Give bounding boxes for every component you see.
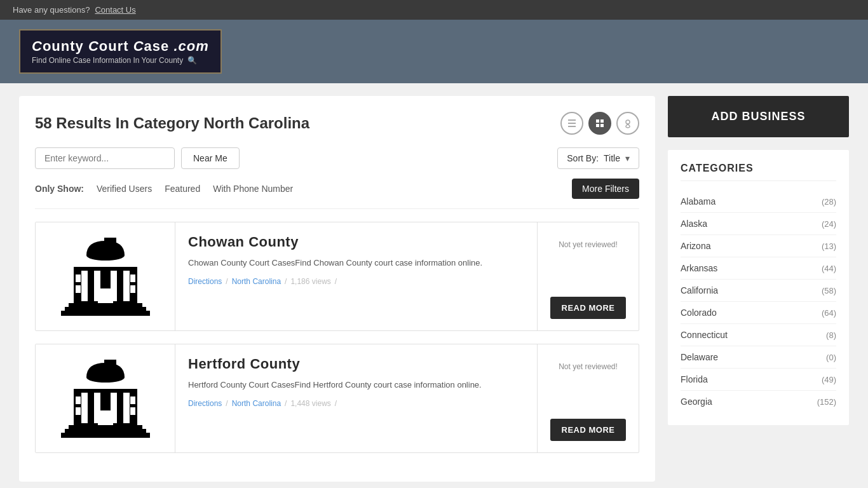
- listing-meta: Directions / North Carolina / 1,448 view…: [188, 399, 524, 408]
- category-item[interactable]: Arkansas (44): [681, 257, 836, 280]
- svg-rect-21: [76, 285, 81, 293]
- listing-directions-link[interactable]: Directions: [188, 277, 222, 286]
- add-business-button[interactable]: ADD BUSINESS: [668, 96, 849, 137]
- svg-rect-40: [98, 410, 113, 425]
- logo-subtitle: Find Online Case Information In Your Cou…: [32, 56, 209, 65]
- top-bar: Have any questions? Contact Us: [0, 0, 868, 20]
- logo-title: County Court Case .com: [32, 38, 209, 55]
- category-name: California: [681, 285, 718, 295]
- results-title: 58 Results In Category North Carolina: [35, 114, 309, 132]
- svg-rect-39: [130, 407, 135, 415]
- filter-verified-users[interactable]: Verified Users: [97, 184, 152, 194]
- category-name: Alaska: [681, 219, 707, 229]
- more-filters-button[interactable]: More Filters: [572, 179, 639, 199]
- category-name: Connecticut: [681, 330, 728, 340]
- map-view-button[interactable]: [616, 112, 639, 135]
- svg-rect-13: [65, 307, 146, 311]
- svg-rect-32: [81, 391, 88, 423]
- main-wrapper: 58 Results In Category North Carolina: [0, 83, 868, 488]
- sort-arrow-icon: ▾: [625, 153, 630, 163]
- listing-description: Hertford County Court CasesFind Hertford…: [188, 379, 524, 391]
- listing-card: Hertford County Hertford County Court Ca…: [35, 344, 639, 453]
- listing-side: Not yet reviewed! READ MORE: [537, 344, 639, 452]
- category-item[interactable]: Georgia (152): [681, 391, 836, 412]
- search-bar: Near Me Sort By: Title ▾: [35, 147, 639, 169]
- listing-thumbnail: [36, 344, 175, 452]
- filter-featured[interactable]: Featured: [165, 184, 200, 194]
- category-item[interactable]: Florida (49): [681, 369, 836, 391]
- svg-rect-38: [76, 407, 81, 415]
- svg-rect-12: [69, 303, 142, 307]
- category-count: (28): [822, 197, 836, 207]
- category-item[interactable]: California (58): [681, 280, 836, 302]
- svg-rect-24: [74, 267, 137, 271]
- svg-rect-23: [98, 288, 113, 303]
- contact-us-link[interactable]: Contact Us: [95, 5, 135, 15]
- sort-by-container[interactable]: Sort By: Title ▾: [557, 147, 639, 169]
- svg-rect-30: [65, 429, 146, 433]
- category-item[interactable]: Arizona (13): [681, 235, 836, 257]
- svg-rect-0: [568, 119, 576, 121]
- category-count: (24): [822, 219, 836, 229]
- svg-rect-20: [130, 274, 135, 282]
- svg-rect-36: [76, 396, 81, 404]
- listing-location-link[interactable]: North Carolina: [232, 277, 281, 286]
- filter-with-phone[interactable]: With Phone Number: [213, 184, 293, 194]
- category-item[interactable]: Alaska (24): [681, 213, 836, 235]
- sort-label: Sort By:: [567, 153, 599, 163]
- svg-rect-37: [130, 396, 135, 404]
- meta-separator: /: [226, 277, 227, 286]
- svg-rect-22: [130, 285, 135, 293]
- listing-name: Chowan County: [188, 234, 524, 250]
- svg-rect-6: [600, 124, 604, 127]
- courthouse-icon: [55, 231, 156, 322]
- category-count: (13): [822, 241, 836, 251]
- grid-view-button[interactable]: [588, 112, 611, 135]
- grid-view-icon: [595, 118, 605, 128]
- listing-description: Chowan County Court CasesFind Chowan Cou…: [188, 257, 524, 269]
- view-toggles: [560, 112, 639, 135]
- meta-separator: /: [226, 399, 227, 408]
- category-count: (58): [822, 286, 836, 295]
- category-name: Georgia: [681, 396, 712, 407]
- list-view-button[interactable]: [560, 112, 583, 135]
- meta-separator: /: [335, 399, 337, 408]
- category-count: (64): [822, 308, 836, 318]
- category-count: (152): [817, 397, 836, 407]
- listing-views: 1,186 views: [290, 277, 330, 286]
- svg-rect-3: [596, 119, 599, 123]
- category-count: (44): [822, 264, 836, 273]
- svg-rect-35: [123, 391, 130, 423]
- header: County Court Case .com Find Online Case …: [0, 20, 868, 83]
- logo[interactable]: County Court Case .com Find Online Case …: [19, 29, 222, 74]
- category-name: Arizona: [681, 241, 710, 251]
- near-me-button[interactable]: Near Me: [181, 147, 240, 169]
- listing-location-link[interactable]: North Carolina: [232, 399, 281, 408]
- listing-directions-link[interactable]: Directions: [188, 399, 222, 408]
- category-name: Colorado: [681, 308, 717, 318]
- keyword-input[interactable]: [35, 147, 175, 169]
- question-text: Have any questions?: [13, 5, 90, 15]
- svg-rect-29: [69, 425, 142, 429]
- read-more-button[interactable]: READ MORE: [550, 419, 627, 441]
- category-name: Arkansas: [681, 263, 717, 273]
- svg-rect-1: [568, 123, 576, 124]
- category-count: (0): [826, 353, 836, 362]
- category-item[interactable]: Alabama (28): [681, 191, 836, 213]
- only-show-label: Only Show:: [35, 184, 84, 194]
- listings-container: Chowan County Chowan County Court CasesF…: [35, 222, 639, 453]
- listing-views: 1,448 views: [290, 399, 330, 408]
- listing-meta: Directions / North Carolina / 1,186 view…: [188, 277, 524, 286]
- read-more-button[interactable]: READ MORE: [550, 297, 627, 319]
- category-item[interactable]: Delaware (0): [681, 346, 836, 369]
- svg-rect-14: [61, 311, 150, 316]
- category-count: (49): [822, 375, 836, 384]
- logo-emoji: 🔍: [187, 56, 197, 65]
- category-item[interactable]: Connecticut (8): [681, 324, 836, 346]
- svg-rect-15: [81, 269, 88, 301]
- courthouse-icon: [55, 353, 156, 444]
- category-item[interactable]: Colorado (64): [681, 302, 836, 324]
- category-name: Delaware: [681, 352, 718, 362]
- listing-card: Chowan County Chowan County Court CasesF…: [35, 222, 639, 331]
- category-name: Alabama: [681, 196, 715, 207]
